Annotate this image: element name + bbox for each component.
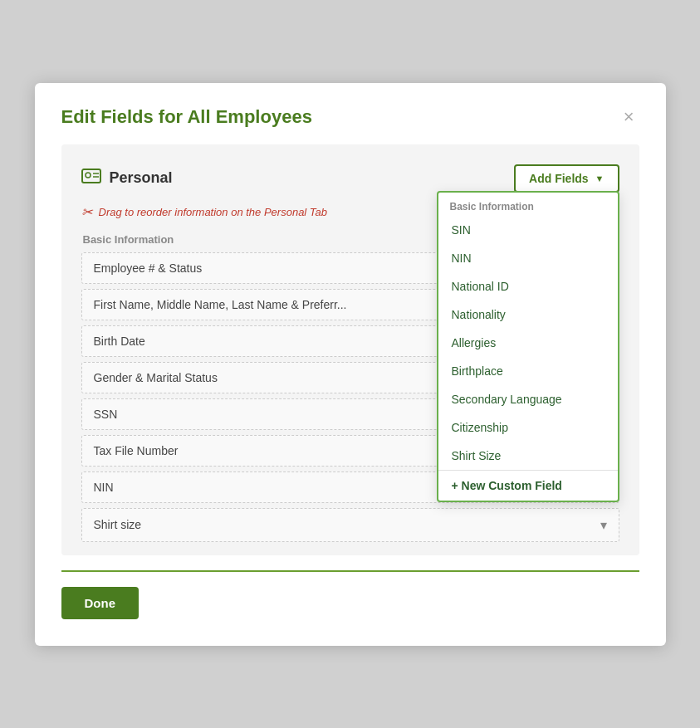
dropdown-item-nin[interactable]: NIN xyxy=(438,244,618,272)
dropdown-menu: Basic Information SIN NIN National ID Na… xyxy=(437,191,619,502)
add-fields-label: Add Fields xyxy=(529,172,589,185)
dropdown-arrow-icon: ▼ xyxy=(595,173,605,183)
dropdown-item-allergies[interactable]: Allergies xyxy=(438,329,618,357)
field-label: Employee # & Status xyxy=(94,261,203,275)
new-custom-field-button[interactable]: + New Custom Field xyxy=(438,470,618,501)
modal-body: Personal Add Fields ▼ ✂ Drag to reorder … xyxy=(61,144,639,555)
dropdown-item-citizenship[interactable]: Citizenship xyxy=(438,413,618,442)
dropdown-item-national-id[interactable]: National ID xyxy=(438,272,618,300)
personal-icon xyxy=(81,168,101,188)
dropdown-item-birthplace[interactable]: Birthplace xyxy=(438,357,618,385)
field-label: Gender & Marital Status xyxy=(94,371,218,384)
dropdown-item-shirt-size[interactable]: Shirt Size xyxy=(438,442,618,470)
done-button[interactable]: Done xyxy=(61,587,140,619)
field-label: NIN xyxy=(94,481,114,494)
section-header: Personal Add Fields ▼ xyxy=(81,164,619,193)
dropdown-section-label: Basic Information xyxy=(438,193,618,216)
field-label: Tax File Number xyxy=(94,444,179,457)
dropdown-scroll-area[interactable]: SIN NIN National ID Nationality Allergie… xyxy=(438,216,618,470)
dropdown-item-nationality[interactable]: Nationality xyxy=(438,300,618,329)
dropdown-container: Basic Information SIN NIN National ID Na… xyxy=(437,191,619,502)
dropdown-item-secondary-language[interactable]: Secondary Language xyxy=(438,385,618,413)
field-label: Birth Date xyxy=(94,335,145,348)
divider xyxy=(61,570,639,572)
field-label: First Name, Middle Name, Last Name & Pre… xyxy=(94,298,347,311)
drag-hint-text: Drag to reorder information on the Perso… xyxy=(99,206,328,218)
dropdown-item-sin[interactable]: SIN xyxy=(438,216,618,244)
section-title-row: Personal xyxy=(81,168,173,188)
close-button[interactable]: × xyxy=(619,106,639,128)
add-fields-button[interactable]: Add Fields ▼ xyxy=(514,164,619,193)
drag-icon: ✂ xyxy=(81,204,92,220)
list-item[interactable]: Shirt size ▾ xyxy=(81,508,619,542)
modal-header: Edit Fields for All Employees × xyxy=(61,106,639,128)
modal: Edit Fields for All Employees × Pers xyxy=(35,83,666,646)
modal-title: Edit Fields for All Employees xyxy=(61,106,312,128)
svg-rect-0 xyxy=(82,169,100,183)
field-label: Shirt size xyxy=(94,518,142,531)
field-label: SSN xyxy=(94,408,118,421)
svg-point-1 xyxy=(86,173,91,178)
section-title: Personal xyxy=(110,169,173,187)
field-arrow-icon: ▾ xyxy=(600,517,607,533)
modal-overlay: Edit Fields for All Employees × Pers xyxy=(0,0,700,728)
